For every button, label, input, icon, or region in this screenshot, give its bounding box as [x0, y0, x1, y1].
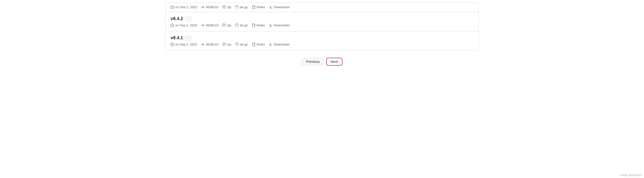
date-text-partial: on Sep 2, 2022 — [175, 5, 197, 9]
commit-icon-v842 — [201, 24, 205, 27]
downloads-icon-partial — [269, 6, 272, 9]
notes-link-partial[interactable]: Notes — [252, 5, 265, 9]
date-text-v841: on Sep 2, 2022 — [175, 42, 197, 46]
release-tag-v841: v8.4.1 — [170, 35, 183, 40]
zip-link-v842[interactable]: zip — [222, 23, 231, 27]
notes-icon-partial — [252, 6, 255, 9]
commit-hash-partial: 9338c19 — [206, 5, 218, 9]
zip-link-v841[interactable]: zip — [222, 42, 231, 46]
targz-icon-v841 — [235, 43, 239, 46]
zip-icon-v842 — [222, 24, 226, 27]
downloads-link-partial[interactable]: Downloads — [269, 5, 290, 9]
release-dots-v841[interactable]: ··· — [185, 36, 192, 40]
previous-button[interactable]: Previous — [302, 58, 324, 66]
downloads-link-v842[interactable]: Downloads — [269, 23, 290, 27]
notes-link-v842[interactable]: Notes — [252, 23, 265, 27]
release-item-partial: on Sep 2, 2022 9338c19 — [166, 3, 478, 12]
clock-icon-partial — [170, 6, 174, 9]
release-item-v842: v8.4.2 ··· on Sep 2, 2022 — [166, 12, 478, 31]
notes-icon-v841 — [252, 43, 255, 46]
downloads-link-v841[interactable]: Downloads — [269, 42, 290, 46]
commit-icon-v841 — [201, 43, 205, 46]
zip-icon-v841 — [222, 43, 226, 46]
notes-icon-v842 — [252, 24, 255, 27]
release-dots-v842[interactable]: ··· — [185, 16, 192, 22]
zip-icon-partial — [222, 6, 226, 9]
commit-partial[interactable]: 9338c19 — [201, 5, 218, 9]
downloads-icon-v842 — [269, 24, 272, 27]
release-date-v842: on Sep 2, 2022 — [170, 23, 197, 27]
downloads-icon-v841 — [269, 43, 272, 46]
release-meta-partial: on Sep 2, 2022 9338c19 — [170, 5, 474, 9]
targz-link-v842[interactable]: tar.gz — [235, 23, 248, 27]
commit-icon-partial — [201, 6, 205, 9]
clock-icon-v841 — [170, 43, 174, 46]
targz-icon-partial — [235, 6, 239, 9]
release-tag-v842: v8.4.2 — [170, 16, 183, 22]
release-date-partial: on Sep 2, 2022 — [170, 5, 197, 9]
zip-link-partial[interactable]: zip — [222, 5, 231, 9]
release-meta-v841: on Sep 2, 2022 9338c19 — [170, 42, 474, 46]
next-button[interactable]: Next — [326, 58, 342, 66]
release-header-v841: v8.4.1 ··· — [170, 35, 474, 40]
release-header-v842: v8.4.2 ··· — [170, 16, 474, 22]
notes-link-v841[interactable]: Notes — [252, 42, 265, 46]
release-item-v841: v8.4.1 ··· on Sep 2, 2022 — [166, 31, 478, 50]
targz-icon-v842 — [235, 24, 239, 27]
commit-v841[interactable]: 9338c19 — [201, 42, 218, 46]
release-date-v841: on Sep 2, 2022 — [170, 42, 197, 46]
commit-hash-v842: 9338c19 — [206, 23, 218, 27]
pagination: Previous Next — [165, 58, 479, 70]
commit-hash-v841: 9338c19 — [206, 42, 218, 46]
releases-list: on Sep 2, 2022 9338c19 — [165, 2, 479, 50]
release-meta-v842: on Sep 2, 2022 9338c19 — [170, 23, 474, 27]
targz-link-partial[interactable]: tar.gz — [235, 5, 248, 9]
commit-v842[interactable]: 9338c19 — [201, 23, 218, 27]
clock-icon-v842 — [170, 24, 174, 27]
targz-link-v841[interactable]: tar.gz — [235, 42, 248, 46]
date-text-v842: on Sep 2, 2022 — [175, 23, 197, 27]
